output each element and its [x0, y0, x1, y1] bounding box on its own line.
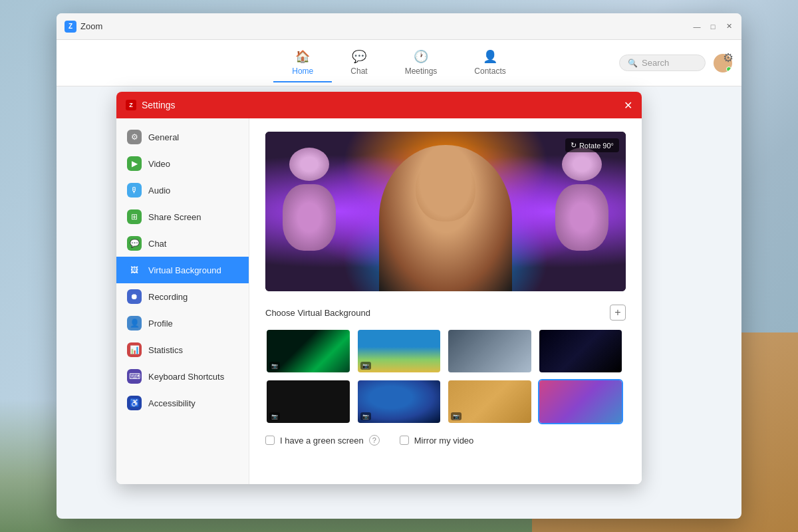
settings-header: Z Settings ✕	[116, 92, 642, 118]
general-icon: ⚙	[127, 130, 142, 144]
settings-modal: Z Settings ✕ ⚙ General ▶ Video 🎙 Audio	[116, 92, 642, 484]
sidebar-item-audio-label: Audio	[148, 186, 170, 196]
sidebar-item-chat[interactable]: 💬 Chat	[116, 230, 249, 257]
vbg-thumb-beach[interactable]: 📷	[356, 329, 442, 374]
nav-tab-chat-label: Chat	[350, 66, 367, 76]
settings-content: ↻ Rotate 90° Choose Virtual Background +…	[249, 118, 642, 484]
vbg-options: I have a green screen ? Mirror my video	[265, 435, 626, 446]
green-screen-help-icon[interactable]: ?	[369, 435, 380, 446]
nav-tab-meetings[interactable]: 🕐 Meetings	[386, 44, 456, 82]
home-icon: 🏠	[295, 49, 310, 64]
sidebar-item-statistics[interactable]: 📊 Statistics	[116, 336, 249, 363]
statistics-icon: 📊	[127, 342, 142, 357]
robot-body-left	[283, 184, 336, 251]
video-icon: ▶	[127, 156, 142, 171]
nav-tab-contacts-label: Contacts	[474, 66, 505, 76]
sidebar-item-share-screen[interactable]: ⊞ Share Screen	[116, 203, 249, 230]
vbg-section-title: Choose Virtual Background +	[265, 305, 626, 321]
share-screen-icon: ⊞	[127, 209, 142, 224]
video-preview-inner	[265, 132, 626, 291]
sidebar-item-general-label: General	[148, 132, 179, 142]
sidebar-item-profile-label: Profile	[148, 319, 173, 329]
nav-tab-contacts[interactable]: 👤 Contacts	[456, 44, 524, 82]
video-person	[379, 145, 512, 291]
robot-head-right	[562, 148, 602, 181]
settings-sidebar: ⚙ General ▶ Video 🎙 Audio ⊞ Share Screen…	[116, 118, 249, 484]
vbg-thumb-dogs[interactable]: 📷	[447, 379, 533, 424]
title-bar-app-name: Zoom	[80, 21, 102, 31]
chat-icon: 💬	[352, 49, 366, 64]
video-preview: ↻ Rotate 90°	[265, 132, 626, 291]
mirror-video-checkbox[interactable]	[400, 436, 409, 445]
sidebar-item-video-label: Video	[148, 159, 170, 169]
audio-icon: 🎙	[127, 183, 142, 198]
sidebar-item-virtual-background[interactable]: 🖼 Virtual Background	[116, 257, 249, 283]
vbg-cam-icon-aurora: 📷	[269, 362, 280, 370]
green-screen-option[interactable]: I have a green screen ?	[265, 435, 380, 446]
vbg-cam-icon-earth: 📷	[360, 412, 371, 420]
minimize-button[interactable]: —	[692, 22, 702, 31]
nav-tab-home-label: Home	[292, 66, 313, 76]
nav-tab-meetings-label: Meetings	[405, 66, 438, 76]
close-button[interactable]: ✕	[724, 22, 733, 31]
nav-tab-chat[interactable]: 💬 Chat	[332, 44, 386, 82]
mirror-video-option[interactable]: Mirror my video	[400, 436, 474, 446]
sidebar-item-keyboard-shortcuts[interactable]: ⌨ Keyboard Shortcuts	[116, 363, 249, 390]
vbg-thumb-space[interactable]	[538, 329, 624, 374]
maximize-button[interactable]: □	[708, 22, 718, 31]
green-screen-checkbox[interactable]	[265, 436, 275, 445]
vbg-cam-icon-black: 📷	[269, 412, 280, 420]
nav-tabs: 🏠 Home 💬 Chat 🕐 Meetings 👤 Contacts	[273, 44, 524, 82]
vbg-thumb-earth[interactable]: 📷	[356, 379, 442, 424]
sidebar-item-recording-label: Recording	[148, 292, 188, 302]
title-bar: Z Zoom — □ ✕	[57, 13, 741, 40]
gear-icon[interactable]: ⚙	[723, 51, 733, 65]
sidebar-item-keyboard-label: Keyboard Shortcuts	[148, 372, 224, 382]
choose-vbg-label: Choose Virtual Background	[265, 308, 370, 318]
settings-close-button[interactable]: ✕	[624, 99, 632, 112]
sidebar-item-profile[interactable]: 👤 Profile	[116, 310, 249, 336]
avatar-status-dot	[726, 66, 732, 72]
rotate-button[interactable]: ↻ Rotate 90°	[565, 138, 619, 152]
rotate-icon: ↻	[571, 141, 577, 150]
sidebar-item-share-label: Share Screen	[148, 212, 201, 222]
search-icon: 🔍	[628, 59, 638, 68]
accessibility-icon: ♿	[127, 396, 142, 410]
robot-right	[545, 148, 618, 267]
vbg-thumb-urban[interactable]	[447, 329, 533, 374]
mirror-video-label: Mirror my video	[414, 436, 474, 446]
settings-title: Settings	[142, 100, 176, 110]
sidebar-item-audio[interactable]: 🎙 Audio	[116, 177, 249, 203]
sidebar-item-accessibility[interactable]: ♿ Accessibility	[116, 390, 249, 416]
sidebar-item-video[interactable]: ▶ Video	[116, 150, 249, 177]
title-bar-logo: Z Zoom	[65, 21, 102, 33]
robot-head-left	[289, 148, 329, 181]
sidebar-item-vbg-label: Virtual Background	[148, 265, 221, 275]
profile-icon: 👤	[127, 316, 142, 331]
title-bar-controls: — □ ✕	[692, 22, 733, 31]
settings-logo-icon: Z	[126, 100, 136, 110]
sidebar-item-general[interactable]: ⚙ General	[116, 124, 249, 150]
sidebar-item-accessibility-label: Accessibility	[148, 398, 196, 408]
rotate-label: Rotate 90°	[579, 142, 614, 150]
search-box[interactable]: 🔍 Search	[619, 55, 706, 71]
nav-right: 🔍 Search	[619, 53, 733, 74]
contacts-icon: 👤	[483, 49, 497, 64]
video-face	[416, 155, 475, 221]
green-screen-label: I have a green screen	[280, 436, 364, 446]
nav-tab-home[interactable]: 🏠 Home	[273, 44, 332, 82]
vbg-cam-icon-dogs: 📷	[451, 412, 462, 420]
robot-body-right	[555, 184, 608, 251]
sidebar-item-chat-label: Chat	[148, 239, 166, 249]
sidebar-item-statistics-label: Statistics	[148, 345, 183, 355]
vbg-grid: 📷 📷 📷	[265, 329, 626, 424]
keyboard-icon: ⌨	[127, 369, 142, 384]
add-vbg-button[interactable]: +	[610, 305, 626, 321]
vbg-thumb-black[interactable]: 📷	[265, 379, 351, 424]
nav-bar: 🏠 Home 💬 Chat 🕐 Meetings 👤 Contacts 🔍 Se…	[57, 40, 741, 86]
recording-icon: ⏺	[127, 289, 142, 304]
vbg-thumb-aurora[interactable]: 📷	[265, 329, 351, 374]
vbg-thumb-party[interactable]	[538, 379, 624, 424]
zoom-window: Z Zoom — □ ✕ 🏠 Home 💬 Chat 🕐 Meetings	[57, 13, 741, 519]
sidebar-item-recording[interactable]: ⏺ Recording	[116, 283, 249, 310]
